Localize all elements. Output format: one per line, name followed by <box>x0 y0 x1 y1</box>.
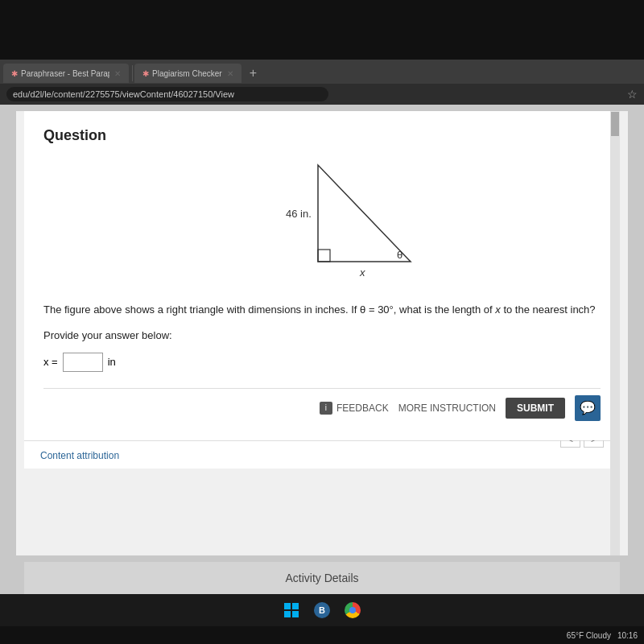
more-instruction-button[interactable]: MORE INSTRUCTION <box>398 402 496 414</box>
tab-icon-paraphraser: ✱ <box>11 69 18 78</box>
content-wrapper: Question 46 in. x θ <box>0 105 644 644</box>
tab-icon-plagiarism: ✱ <box>142 69 149 78</box>
taskbar-item-browser[interactable]: B <box>311 599 333 621</box>
submit-label: SUBMIT <box>517 402 554 414</box>
bookmark-icon[interactable]: ☆ <box>627 88 638 101</box>
svg-text:46 in.: 46 in. <box>286 208 312 220</box>
taskbar-item-windows[interactable] <box>280 599 303 621</box>
taskbar: B <box>0 594 644 626</box>
answer-input[interactable] <box>63 353 103 372</box>
tab-bar: ✱ Paraphraser - Best Paraphrasing ✕ ✱ Pl… <box>0 60 644 84</box>
triangle-diagram: 46 in. x θ <box>201 157 443 282</box>
svg-rect-8 <box>292 611 299 617</box>
address-bar: edu/d2l/le/content/2275575/viewContent/4… <box>0 84 644 105</box>
browser-chrome: ✱ Paraphraser - Best Paraphrasing ✕ ✱ Pl… <box>0 60 644 105</box>
tab-close-plagiarism[interactable]: ✕ <box>227 69 233 78</box>
feedback-icon: i <box>320 402 332 415</box>
browser-icon: B <box>319 605 325 615</box>
scrollbar-thumb[interactable] <box>611 112 619 136</box>
tab-label-paraphraser: Paraphraser - Best Paraphrasing <box>21 69 109 78</box>
tab-plagiarism[interactable]: ✱ Plagiarism Checker ✕ <box>134 64 242 83</box>
more-instruction-label: MORE INSTRUCTION <box>398 402 496 414</box>
diagram-container: 46 in. x θ <box>43 157 601 286</box>
feedback-label: FEEDBACK <box>336 402 389 414</box>
activity-details-label: Activity Details <box>285 572 358 584</box>
svg-rect-6 <box>292 603 299 609</box>
content-attribution-link[interactable]: Content attribution <box>40 450 119 461</box>
tab-paraphraser[interactable]: ✱ Paraphraser - Best Paraphrasing ✕ <box>3 64 129 83</box>
address-input[interactable]: edu/d2l/le/content/2275575/viewContent/4… <box>6 87 328 101</box>
content-attribution-bar: Content attribution < > <box>24 440 620 469</box>
card-wrapper: Question 46 in. x θ <box>16 111 628 555</box>
top-bezel: ✱ Paraphraser - Best Paraphrasing ✕ ✱ Pl… <box>0 0 644 105</box>
tab-label-plagiarism: Plagiarism Checker <box>152 69 222 78</box>
answer-row: x = in <box>43 353 601 372</box>
answer-prefix: x = <box>43 356 58 368</box>
submit-button[interactable]: SUBMIT <box>506 398 565 419</box>
weather-display: 65°F Cloudy <box>567 631 611 640</box>
page-wrapper: ✱ Paraphraser - Best Paraphrasing ✕ ✱ Pl… <box>0 0 644 644</box>
svg-text:x: x <box>359 266 365 279</box>
chat-button[interactable]: 💬 <box>575 395 601 421</box>
bottom-strip: 65°F Cloudy 10:16 <box>0 626 644 644</box>
scrollbar[interactable] <box>610 111 620 555</box>
answer-suffix: in <box>108 356 116 368</box>
svg-text:θ: θ <box>397 249 402 261</box>
bottom-bar: i FEEDBACK MORE INSTRUCTION SUBMIT 💬 <box>43 388 601 427</box>
tab-close-paraphraser[interactable]: ✕ <box>114 69 121 78</box>
feedback-button[interactable]: i FEEDBACK <box>320 402 389 415</box>
answer-section-label: Provide your answer below: <box>43 329 601 341</box>
question-title: Question <box>43 127 601 144</box>
svg-rect-7 <box>284 611 291 617</box>
svg-rect-5 <box>284 603 291 609</box>
svg-marker-0 <box>318 165 411 262</box>
activity-details-bar: Activity Details <box>24 562 620 594</box>
new-tab-button[interactable]: + <box>243 64 263 82</box>
chrome-icon <box>349 607 356 613</box>
windows-icon <box>283 602 299 618</box>
chat-icon: 💬 <box>580 400 596 415</box>
time-display: 10:16 <box>617 631 638 640</box>
question-card: Question 46 in. x θ <box>24 111 620 440</box>
question-text: The figure above shows a right triangle … <box>43 302 601 318</box>
taskbar-item-chrome[interactable] <box>341 599 364 621</box>
svg-rect-1 <box>318 250 330 262</box>
